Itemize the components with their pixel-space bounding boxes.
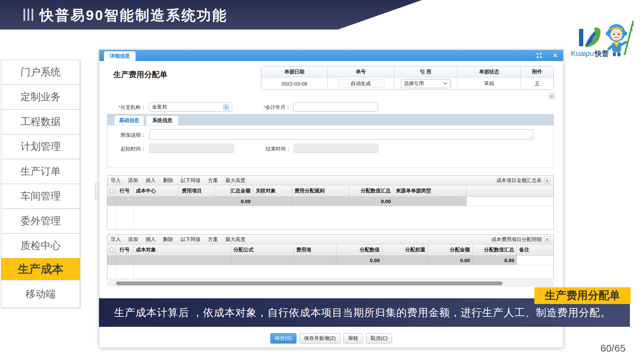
attachment-link[interactable]: 无 — [535, 80, 540, 87]
doc-no-field[interactable]: 自动生成 — [337, 79, 384, 88]
grid1-collapse-button[interactable] — [544, 177, 550, 183]
close-icon[interactable]: ✕ — [552, 52, 558, 59]
import-button[interactable]: 导入 — [111, 236, 121, 243]
scrollbar-thumb[interactable] — [116, 282, 502, 285]
select-all-checkbox[interactable] — [110, 248, 113, 252]
dialog-buttons: 保存(S) 保存并新增(Z) 审核 取消(C) — [99, 333, 563, 344]
sidebar-item-outsourcing[interactable]: 委外管理 — [1, 208, 80, 234]
reference-select[interactable]: 选择引用 — [401, 79, 450, 88]
branch-input[interactable]: 金富邦 — [149, 103, 232, 112]
sidebar-item-portal[interactable]: 门户系统 — [1, 60, 80, 85]
sidebar-item-plan-management[interactable]: 计划管理 — [1, 134, 80, 159]
header-collapse-button[interactable] — [549, 93, 555, 99]
doc-date-header: 单据日期 — [261, 66, 328, 77]
col-cost-center: 成本中心 — [133, 185, 179, 196]
double-chevron-up-icon — [550, 94, 554, 98]
basic-info-panel: 附加说明： 起始时间： 结束时间： — [107, 125, 554, 168]
col-related-object: 关联对象 — [253, 185, 292, 196]
save-button[interactable]: 保存(S) — [270, 333, 297, 344]
start-time-input — [149, 144, 234, 153]
col-remark: 备注 — [517, 244, 554, 255]
grid2-title: 成本费用项目分配明细 — [491, 236, 542, 243]
sidebar-item-mobile[interactable]: 移动端 — [1, 280, 80, 308]
audit-button[interactable]: 审核 — [343, 333, 363, 344]
sidebar-item-production-order[interactable]: 生产订单 — [1, 159, 80, 184]
tab-detail-info[interactable]: 详细信息 — [104, 51, 136, 61]
cost-item-summary-grid: 导入 添加 插入 删除 以下同值 方案 最大高度 成本项目金额汇总表 行号 成本… — [107, 175, 554, 230]
col-expense-item: 费用项目 — [179, 185, 215, 196]
sidebar-item-workshop[interactable]: 车间管理 — [1, 184, 80, 209]
delete-button[interactable]: 删除 — [163, 236, 173, 243]
caption-text: 生产成本计算后 ，依成本对象，自行依成本项目当期所归集的费用金额，进行生产人工、… — [114, 306, 611, 320]
form-title: 生产费用分配单 — [113, 69, 167, 80]
max-height-button[interactable]: 最大高度 — [225, 177, 246, 184]
double-chevron-up-icon — [545, 237, 549, 241]
period-label: *会计年月： — [262, 104, 290, 111]
branch-label: *分支机构： — [116, 104, 146, 111]
sum-alloc-value: 0.00 — [336, 256, 382, 265]
import-button[interactable]: 导入 — [111, 177, 121, 184]
doc-attach-header: 附件 — [521, 66, 553, 77]
resize-grip-icon[interactable] — [529, 135, 532, 139]
same-value-below-button[interactable]: 以下同值 — [180, 236, 201, 243]
tab-basic-info[interactable]: 基础信息 — [115, 116, 144, 125]
kuaipu-logo-graphic: Kuaipu 快普 — [564, 17, 644, 64]
grid2-collapse-button[interactable] — [544, 236, 550, 242]
col-cost-object: 成本对象 — [133, 244, 231, 255]
sidebar-item-label: 移动端 — [25, 287, 56, 301]
horizontal-scrollbar[interactable] — [107, 281, 554, 286]
grid2-header-row: 行号 成本对象 分配公式 费用项 分配数值 分配权重 分配金额 分配数值汇总 备… — [107, 244, 553, 256]
end-time-label: 结束时间： — [264, 146, 291, 152]
info-tabstrip: 基础信息 系统信息 — [107, 114, 554, 125]
logo-brand-cn: 快普 — [594, 50, 609, 57]
end-time-input — [293, 144, 378, 153]
max-height-button[interactable]: 最大高度 — [225, 236, 246, 243]
add-button[interactable]: 添加 — [128, 177, 138, 184]
sidebar-item-label: 委外管理 — [20, 214, 61, 228]
grid-line — [133, 265, 134, 279]
sidebar-item-engineering-data[interactable]: 工程数据 — [1, 109, 80, 134]
lookup-list-icon[interactable] — [223, 104, 229, 110]
doc-header-table: 单据日期 单号 引 用 单据状态 附件 2022-03-09 自动生成 选择引用… — [261, 66, 554, 90]
sidebar-item-production-cost[interactable]: 生产成本 — [1, 258, 80, 280]
maximize-icon[interactable] — [536, 52, 542, 59]
sidebar: 门户系统 定制业务 工程数据 计划管理 生产订单 车间管理 委外管理 质检中心 … — [1, 60, 80, 308]
save-and-new-button[interactable]: 保存并新增(Z) — [300, 333, 340, 344]
sum-alloc-value-total: 0.00 — [473, 256, 517, 265]
sidebar-item-label: 定制业务 — [20, 90, 61, 104]
page-number: 60/65 — [600, 343, 626, 354]
col-expense: 费用项 — [294, 244, 336, 255]
col-alloc-formula: 分配公式 — [231, 244, 294, 255]
col-source-doc-type: 来源单单据类型 — [393, 185, 467, 196]
col-alloc-value: 分配数值 — [336, 244, 382, 255]
sum-alloc-value-total: 0.00 — [349, 197, 393, 206]
chevron-down-icon — [443, 82, 447, 85]
col-alloc-value-total: 分配数值汇总 — [349, 185, 393, 196]
grid2-summary-row: 0.00 0.00 0.00 — [107, 256, 553, 265]
delete-button[interactable]: 删除 — [163, 177, 173, 184]
col-filler — [467, 185, 553, 196]
col-alloc-amount: 分配金额 — [428, 244, 473, 255]
same-value-below-button[interactable]: 以下同值 — [180, 177, 201, 184]
sidebar-item-label: 生产成本 — [18, 261, 63, 277]
panel-collapse-handle[interactable] — [95, 183, 98, 200]
insert-button[interactable]: 插入 — [146, 236, 156, 243]
note-textarea[interactable] — [149, 129, 533, 140]
scheme-button[interactable]: 方案 — [208, 177, 218, 184]
sidebar-item-custom-business[interactable]: 定制业务 — [1, 84, 80, 110]
insert-button[interactable]: 插入 — [146, 177, 156, 184]
grid1-title: 成本项目金额汇总表 — [496, 177, 542, 184]
sidebar-item-quality-center[interactable]: 质检中心 — [1, 233, 80, 258]
callout-label: 生产费用分配单 — [534, 287, 631, 304]
sum-alloc-amount: 0.00 — [428, 256, 473, 265]
select-all-checkbox[interactable] — [110, 189, 113, 193]
add-button[interactable]: 添加 — [128, 236, 138, 243]
doc-date-value[interactable]: 2022-03-09 — [261, 77, 328, 89]
cancel-button[interactable]: 取消(C) — [366, 333, 392, 344]
double-chevron-up-icon — [545, 178, 549, 182]
tab-system-info[interactable]: 系统信息 — [146, 116, 178, 125]
sidebar-item-label: 计划管理 — [20, 140, 61, 154]
grid2-toolbar: 导入 添加 插入 删除 以下同值 方案 最大高度 成本费用项目分配明细 — [107, 235, 553, 244]
period-input[interactable] — [293, 103, 378, 112]
scheme-button[interactable]: 方案 — [208, 236, 218, 243]
